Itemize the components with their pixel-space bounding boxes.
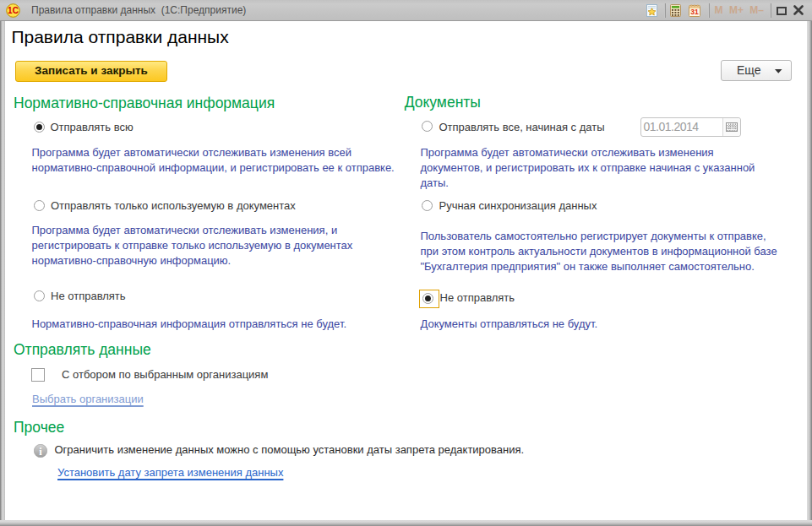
svg-text:1С: 1С [8, 6, 19, 15]
svg-text:i: i [39, 446, 42, 458]
svg-text:31: 31 [690, 8, 699, 16]
